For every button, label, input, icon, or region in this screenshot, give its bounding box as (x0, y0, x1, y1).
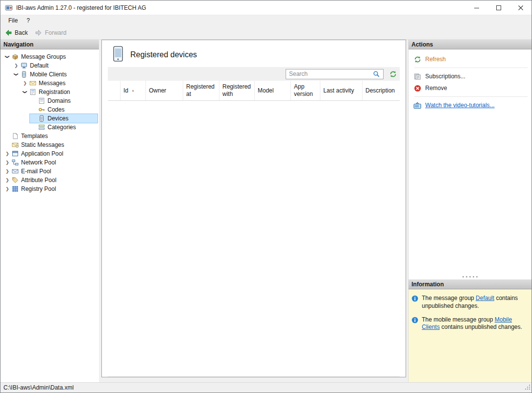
registered-devices-icon (113, 46, 123, 63)
network-pool-icon (11, 159, 19, 166)
back-button[interactable]: Back (4, 29, 28, 37)
tree-item-registry-pool[interactable]: ❯ Registry Pool (0, 185, 99, 193)
resize-grip-icon[interactable] (525, 384, 531, 392)
forward-button[interactable]: Forward (35, 29, 67, 37)
chevron-collapsed-icon[interactable]: ❯ (21, 81, 29, 86)
registration-icon (29, 88, 37, 96)
app-icon (5, 4, 13, 12)
tree-item-attribute-pool[interactable]: ❯ Attribute Pool (0, 176, 99, 185)
message-groups-icon (11, 53, 19, 61)
chevron-expanded-icon[interactable]: ❯ (23, 88, 27, 96)
info-icon (411, 295, 418, 303)
information-panel: The message group Default contains unpub… (409, 289, 532, 382)
panel-splitter[interactable] (409, 274, 532, 279)
column-header-registered-with[interactable]: Registered with (219, 81, 255, 100)
info-message-mobile-clients: The mobile message group Mobile Clients … (411, 316, 529, 332)
tree-item-static-messages[interactable]: Static Messages (0, 140, 99, 149)
action-refresh-label: Refresh (425, 56, 446, 63)
tree-item-messages[interactable]: ❯ Messages (0, 79, 99, 88)
forward-arrow-icon (35, 29, 43, 37)
mobile-clients-icon (20, 70, 28, 78)
default-group-icon (20, 62, 28, 69)
tree-item-domains[interactable]: Domains (0, 96, 99, 105)
table-header-row: Id ▲ Owner Registered at Registered with… (108, 81, 400, 101)
search-icon[interactable] (371, 69, 381, 79)
chevron-collapsed-icon[interactable]: ❯ (3, 178, 11, 183)
subscriptions-icon (413, 73, 421, 80)
content-area: Navigation ❯ Message Groups ❯ Defau (0, 40, 532, 382)
column-header-last-activity[interactable]: Last activity (320, 81, 363, 100)
action-subscriptions[interactable]: Subscriptions... (413, 70, 529, 82)
tree-item-default[interactable]: ❯ Default (0, 61, 99, 70)
menu-file[interactable]: File (4, 16, 22, 25)
action-video-tutorials-label: Watch the video-tutorials... (425, 102, 495, 109)
info-message-default: The message group Default contains unpub… (411, 295, 529, 310)
actions-separator (414, 68, 528, 68)
search-box[interactable] (286, 69, 384, 79)
refresh-icon (413, 56, 421, 63)
app-window: IBI-aws Admin 1.27.0 - registered for IB… (0, 0, 532, 393)
chevron-collapsed-icon[interactable]: ❯ (3, 169, 11, 174)
registry-pool-icon (11, 185, 19, 193)
page-title: Registered devices (130, 50, 197, 59)
actions-list: Refresh Subscriptions... Remove (409, 49, 532, 111)
chevron-collapsed-icon[interactable]: ❯ (3, 151, 11, 156)
refresh-table-button[interactable] (388, 69, 398, 79)
tree-item-message-groups[interactable]: ❯ Message Groups (0, 52, 99, 61)
status-bar: C:\IBI-aws\Admin\Data.xml (0, 382, 532, 393)
action-remove[interactable]: Remove (413, 82, 529, 94)
selected-tree-item[interactable]: Devices (30, 114, 97, 123)
nav-toolbar: Back Forward (0, 26, 532, 40)
column-header-description[interactable]: Description (363, 81, 400, 100)
title-bar: IBI-aws Admin 1.27.0 - registered for IB… (0, 0, 532, 15)
column-header-registered-at[interactable]: Registered at (183, 81, 219, 100)
tree-item-network-pool[interactable]: ❯ Network Pool (0, 158, 99, 167)
actions-empty-space (409, 111, 532, 274)
domains-icon (38, 97, 46, 105)
column-header-owner[interactable]: Owner (146, 81, 183, 100)
tree-item-codes[interactable]: Codes (0, 105, 99, 114)
chevron-collapsed-icon[interactable]: ❯ (12, 63, 20, 68)
remove-icon (413, 85, 421, 92)
codes-icon (38, 106, 46, 114)
action-video-tutorials[interactable]: Watch the video-tutorials... (413, 99, 529, 111)
tree-item-devices[interactable]: Devices (0, 114, 99, 123)
chevron-collapsed-icon[interactable]: ❯ (3, 186, 11, 191)
tree-item-templates[interactable]: Templates (0, 132, 99, 140)
tree-item-application-pool[interactable]: ❯ Application Pool (0, 149, 99, 158)
application-pool-icon (11, 150, 19, 158)
info-text: The mobile message group Mobile Clients … (422, 316, 527, 332)
maximize-button[interactable] (487, 0, 509, 15)
navigation-header: Navigation (0, 40, 99, 49)
window-title: IBI-aws Admin 1.27.0 - registered for IB… (16, 4, 465, 11)
devices-icon (38, 115, 46, 122)
default-group-link[interactable]: Default (476, 295, 494, 301)
close-button[interactable] (509, 0, 532, 15)
chevron-expanded-icon[interactable]: ❯ (5, 53, 10, 61)
action-subscriptions-label: Subscriptions... (425, 73, 465, 80)
refresh-icon (389, 70, 397, 78)
tree-item-mobile-clients[interactable]: ❯ Mobile Clients (0, 70, 99, 79)
column-header-model[interactable]: Model (255, 81, 291, 100)
attribute-pool-icon (11, 176, 19, 184)
tree-item-registration[interactable]: ❯ Registration (0, 88, 99, 96)
search-input[interactable] (289, 70, 371, 77)
sort-ascending-icon: ▲ (131, 89, 135, 93)
table-body-empty (108, 101, 400, 376)
chevron-expanded-icon[interactable]: ❯ (14, 70, 19, 78)
action-refresh[interactable]: Refresh (413, 53, 529, 65)
templates-icon (11, 132, 19, 140)
main-header: Registered devices (102, 40, 406, 67)
tree-item-email-pool[interactable]: ❯ E-mail Pool (0, 167, 99, 176)
column-header-id[interactable]: Id ▲ (121, 81, 146, 100)
menu-help[interactable]: ? (23, 16, 34, 25)
tree-item-categories[interactable]: Categories (0, 123, 99, 132)
back-label: Back (15, 29, 28, 36)
action-remove-label: Remove (425, 85, 447, 92)
column-header-app-version[interactable]: App version (291, 81, 320, 100)
minimize-button[interactable] (465, 0, 487, 15)
chevron-collapsed-icon[interactable]: ❯ (3, 160, 11, 165)
navigation-panel: Navigation ❯ Message Groups ❯ Defau (0, 40, 99, 382)
row-selector-column-header[interactable] (108, 81, 121, 100)
right-panel: Actions Refresh Subscriptions... (408, 40, 532, 382)
